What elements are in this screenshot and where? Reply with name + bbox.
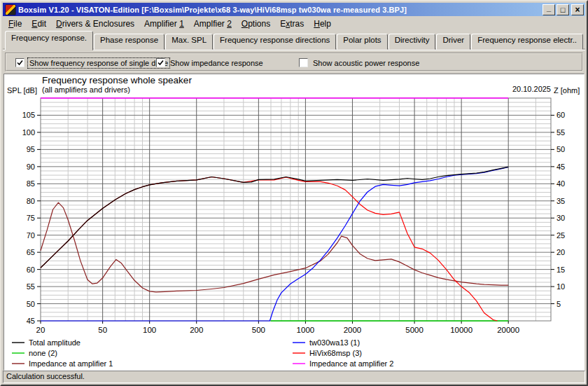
frequency-response-chart: 1051009590858075706560555045605550454035… — [4, 74, 587, 370]
menu-item-amplfier-2[interactable]: Amplfier 2 — [190, 18, 236, 30]
spl-tick-label: 80 — [27, 197, 35, 205]
menu-item-file[interactable]: File — [4, 18, 26, 30]
tab-strip: Frequency response.Phase responseMax. SP… — [3, 32, 585, 50]
spl-tick-label: 70 — [27, 231, 35, 240]
checkbox-box[interactable] — [156, 58, 165, 67]
check-icon — [158, 60, 164, 66]
curve-impedance-at-amplifier-1 — [41, 202, 508, 292]
z-tick-label: 35 — [556, 197, 565, 205]
freq-tick-label: 200 — [190, 326, 203, 334]
z-tick-label: 20 — [556, 248, 565, 256]
chart-subtitle: (all amplifiers and drivers) — [42, 85, 130, 94]
close-button[interactable]: × — [571, 4, 584, 15]
spl-tick-label: 60 — [27, 266, 35, 274]
checkbox-label: Show acoustic power response — [312, 58, 421, 68]
checkbox-show-acoustic-power-response[interactable]: Show acoustic power response — [299, 57, 421, 69]
freq-tick-label: 2000 — [344, 326, 362, 334]
tab-phase-response[interactable]: Phase response — [94, 34, 164, 50]
checkbox-label: Show impedance response — [169, 58, 265, 68]
spl-tick-label: 50 — [27, 300, 35, 308]
tab-frequency-response[interactable]: Frequency response. — [5, 31, 93, 50]
close-icon: × — [575, 6, 580, 13]
freq-tick-label: 50 — [98, 326, 107, 334]
tab-directivity[interactable]: Directivity — [388, 34, 436, 50]
checkbox-show-frequency-response-of-single-drive[interactable]: Show frequency response of single drive — [15, 57, 169, 69]
z-tick-label: 10 — [556, 282, 565, 291]
z-tick-label: 60 — [556, 111, 565, 119]
spl-tick-label: 90 — [27, 163, 35, 171]
maximize-button[interactable]: □ — [556, 4, 569, 15]
legend-label-tw030wa13-1: tw030wa13 (1) — [309, 338, 360, 347]
legend-label-none-2: none (2) — [29, 349, 57, 357]
freq-tick-label: 10000 — [450, 326, 472, 334]
z-tick-label: 5 — [556, 300, 561, 308]
chart-date: 20.10.2025 — [512, 85, 551, 93]
z-tick-label: 50 — [556, 145, 565, 153]
chart-title: Frequency response whole speaker — [42, 75, 192, 85]
legend-label-hivix68msp-3: HiVix68msp (3) — [309, 349, 362, 357]
minimize-button[interactable]: _ — [542, 4, 555, 15]
spl-tick-label: 45 — [27, 317, 35, 325]
menu-item-drivers-enclosures[interactable]: Drivers & Enclosures — [52, 18, 139, 30]
legend-label-impedance-at-amplifier-1: Impedance at amplifier 1 — [29, 359, 113, 368]
menu-item-extras[interactable]: Extras — [276, 18, 308, 30]
spl-tick-label: 55 — [27, 282, 35, 291]
tab-frequency-response-electr[interactable]: Frequency response electr.. — [471, 34, 583, 50]
title-bar: Boxsim V1.20 - VISATON-Edition [F:\Boxsi… — [3, 3, 585, 16]
tab-frequency-response-directions[interactable]: Frequency response directions — [214, 34, 336, 50]
tab-driver[interactable]: Driver — [436, 34, 470, 50]
freq-tick-label: 500 — [252, 326, 265, 334]
freq-tick-label: 20000 — [497, 326, 519, 334]
window-title: Boxsim V1.20 - VISATON-Edition [F:\Boxsi… — [18, 6, 541, 14]
freq-tick-label: 20 — [36, 326, 46, 334]
status-bar: Calculation successful. — [3, 371, 585, 383]
checkbox-box[interactable] — [15, 58, 24, 67]
z-tick-label: 40 — [556, 179, 565, 188]
spl-tick-label: 75 — [27, 214, 35, 222]
menu-item-edit[interactable]: Edit — [27, 18, 50, 30]
spl-tick-label: 85 — [27, 179, 35, 188]
right-axis-label: Z [ohm] — [554, 86, 580, 95]
menu-item-amplifier-1[interactable]: Amplifier 1 — [140, 18, 188, 30]
freq-tick-label: 1000 — [297, 326, 315, 334]
boxsim-window: Boxsim V1.20 - VISATON-Edition [F:\Boxsi… — [0, 0, 588, 386]
tab-polar-plots[interactable]: Polar plots — [337, 34, 387, 50]
spl-tick-label: 105 — [22, 111, 35, 119]
menu-item-help[interactable]: Help — [309, 18, 335, 30]
menu-item-options[interactable]: Options — [237, 18, 274, 30]
status-text: Calculation successful. — [6, 372, 85, 380]
checkbox-box[interactable] — [299, 58, 308, 67]
z-tick-label: 55 — [556, 128, 565, 137]
maximize-icon: □ — [561, 6, 566, 13]
z-tick-label: 30 — [556, 214, 565, 222]
chart-panel: 1051009590858075706560555045605550454035… — [4, 74, 584, 371]
spl-tick-label: 65 — [27, 248, 35, 256]
legend-label-impedance-at-amplifier-2: Impedance at amplifier 2 — [309, 359, 393, 368]
grid — [41, 98, 551, 321]
legend-label-total-amplitude: Total amplitude — [29, 338, 80, 347]
left-axis-label: SPL [dB] — [7, 86, 37, 95]
z-tick-label: 15 — [556, 266, 565, 274]
app-icon — [5, 4, 16, 15]
checkbox-show-impedance-response[interactable]: Show impedance response — [156, 57, 265, 69]
freq-tick-label: 5000 — [405, 326, 424, 334]
check-icon — [17, 60, 23, 66]
checkbox-label: Show frequency response of single drive — [28, 58, 169, 68]
spl-tick-label: 95 — [27, 145, 35, 153]
checkbox-toolbar: Show frequency response of single driveS… — [5, 53, 583, 71]
freq-tick-label: 100 — [143, 326, 156, 334]
menu-bar: FileEditDrivers & EnclosuresAmplifier 1A… — [4, 17, 584, 31]
spl-tick-label: 100 — [22, 128, 35, 137]
z-tick-label: 25 — [556, 231, 565, 240]
z-tick-label: 45 — [556, 163, 565, 171]
tab-max-spl[interactable]: Max. SPL — [165, 34, 213, 50]
minimize-icon: _ — [547, 4, 551, 11]
